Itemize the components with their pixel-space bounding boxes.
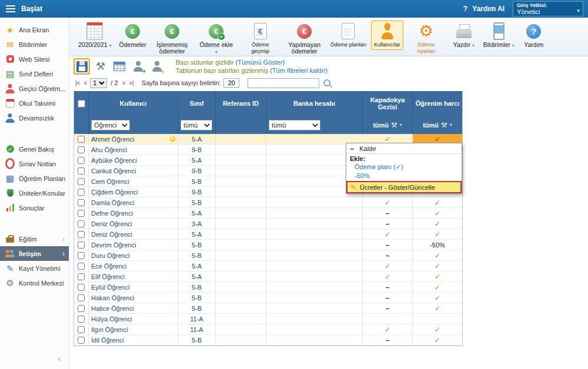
- fee-cell[interactable]: ✓: [413, 335, 462, 345]
- trip-cell[interactable]: ✓: [363, 229, 413, 240]
- trip-cell[interactable]: ✓: [363, 324, 413, 335]
- sidebar-item-devams-zl-k[interactable]: Devamsızlık: [0, 110, 69, 125]
- sidebar-item-web-sitesi[interactable]: Web Sitesi: [0, 52, 69, 66]
- menu-item-remove[interactable]: – Kaldır: [346, 143, 462, 154]
- hamburger-menu-icon[interactable]: [6, 5, 15, 12]
- table-row[interactable]: Ece Öğrenci5-A✓✓: [74, 261, 462, 271]
- column-header-bank[interactable]: Banka hesabı: [266, 91, 363, 116]
- first-page-button[interactable]: |<: [75, 80, 80, 86]
- row-checkbox[interactable]: [78, 210, 85, 217]
- fee-cell[interactable]: ✓: [413, 324, 462, 335]
- trip-cell[interactable]: –: [363, 293, 413, 303]
- sidebar-item-retim-planlar[interactable]: Öğretim Planları: [0, 171, 69, 186]
- select-all-checkbox[interactable]: [78, 100, 85, 108]
- ribbon-item-deme-ge-mi-i[interactable]: Ödeme geçmişi: [239, 21, 282, 56]
- sidebar-item-i-leti-im[interactable]: İletişim›: [0, 246, 69, 261]
- table-row[interactable]: Deniz Öğrenci3-A–✓: [74, 219, 462, 229]
- fee-cell[interactable]: [413, 314, 462, 324]
- table-row[interactable]: Defne Öğrenci5-A–✓: [74, 208, 462, 219]
- row-checkbox[interactable]: [78, 157, 85, 164]
- fee-cell[interactable]: ✓: [413, 219, 462, 229]
- sidebar-item-kontrol-merkezi[interactable]: Kontrol Merkezi: [0, 276, 69, 290]
- per-page-input[interactable]: [223, 78, 239, 88]
- table-row[interactable]: Eylül Öğrenci5-B–✓: [74, 282, 462, 293]
- user-name-cell[interactable]: Hatice Öğrenci: [89, 303, 178, 314]
- user-name-cell[interactable]: Duru Öğrenci: [89, 250, 178, 261]
- trip-cell[interactable]: [363, 314, 413, 324]
- menu-item-discount[interactable]: -50%: [346, 172, 462, 180]
- row-checkbox[interactable]: [78, 146, 85, 153]
- user-name-cell[interactable]: Ece Öğrenci: [89, 261, 178, 271]
- fee-cell[interactable]: ✓: [413, 271, 462, 282]
- user-name-cell[interactable]: Ilgın Öğrenci: [89, 324, 178, 335]
- table-row[interactable]: Ilgın Öğrenci11-A✓✓: [74, 324, 462, 335]
- trip-column-tools-icon[interactable]: ⚒: [391, 122, 397, 129]
- fee-cell[interactable]: ✓: [413, 250, 462, 261]
- columns-button[interactable]: [111, 58, 128, 75]
- ribbon-item-demeler[interactable]: Ödemeler: [116, 21, 149, 50]
- table-row[interactable]: İdil Öğrenci5-B–✓: [74, 335, 462, 345]
- sidebar-item-niteler-konular[interactable]: Üniteler/Konular: [0, 186, 69, 200]
- trip-cell[interactable]: –: [363, 303, 413, 314]
- user-name-cell[interactable]: Defne Öğrenci: [89, 208, 178, 219]
- table-row[interactable]: Deniz Öğrenci5-A✓✓: [74, 229, 462, 240]
- row-checkbox[interactable]: [78, 136, 85, 143]
- table-row[interactable]: Hakan Öğrenci5-B–✓: [74, 293, 462, 303]
- ribbon-item-deme-planlar[interactable]: Ödeme planları: [328, 21, 370, 50]
- row-checkbox[interactable]: [78, 284, 85, 291]
- table-row[interactable]: Hatice Öğrenci5-B–✓: [74, 303, 462, 314]
- column-header-user[interactable]: Kullanıcı: [89, 91, 178, 116]
- row-checkbox[interactable]: [78, 252, 85, 259]
- help-ai-button[interactable]: Yardım AI: [472, 5, 505, 13]
- page-select[interactable]: 1: [90, 78, 107, 88]
- clear-filters-link[interactable]: (Tüm filtreleri kaldır): [270, 67, 328, 74]
- table-row[interactable]: Hülya Öğrenci11-A: [74, 314, 462, 324]
- trip-cell[interactable]: –: [363, 219, 413, 229]
- edit-user-button[interactable]: ✎: [149, 58, 165, 75]
- user-name-cell[interactable]: Çiğdem Öğrenci: [89, 187, 178, 197]
- trip-cell[interactable]: ✓: [363, 261, 413, 271]
- table-row[interactable]: Duru Öğrenci5-B–✓: [74, 250, 462, 261]
- row-checkbox[interactable]: [78, 337, 85, 344]
- user-name-cell[interactable]: Elif Öğrenci: [89, 271, 178, 282]
- user-name-cell[interactable]: Deniz Öğrenci: [89, 219, 178, 229]
- row-checkbox[interactable]: [78, 178, 85, 185]
- user-name-cell[interactable]: Ahu Öğrenci: [89, 145, 178, 155]
- column-header-reference[interactable]: Referans ID: [216, 91, 266, 116]
- user-name-cell[interactable]: Cem Öğrenci: [89, 176, 178, 187]
- search-input[interactable]: [248, 78, 319, 88]
- fee-cell[interactable]: ✓: [413, 208, 462, 219]
- user-name-cell[interactable]: Cankut Öğrenci: [89, 166, 178, 176]
- column-header-fee[interactable]: Öğrenim harcı: [413, 91, 462, 116]
- user-name-cell[interactable]: Aybüke Öğrenci: [89, 155, 178, 166]
- sidebar-item-kay-t-y-netimi[interactable]: Kayıt Yönetimi: [0, 261, 69, 276]
- ribbon-item-bildirimler[interactable]: Bildirimler ▾: [480, 21, 517, 51]
- sidebar-item-sonu-lar[interactable]: Sonuçlar: [0, 200, 69, 215]
- user-name-cell[interactable]: Damla Öğrenci: [89, 197, 178, 208]
- row-checkbox[interactable]: [78, 326, 85, 333]
- next-page-button[interactable]: >: [122, 80, 126, 86]
- prev-page-button[interactable]: <: [83, 80, 87, 86]
- auth-role-dropdown[interactable]: Giriş Yetkisi: Yönetici ▾: [513, 1, 583, 16]
- user-name-cell[interactable]: Deniz Öğrenci: [89, 229, 178, 240]
- search-icon[interactable]: [323, 79, 330, 86]
- column-header-trip[interactable]: Kapadokya Gezisi: [363, 91, 413, 116]
- save-button[interactable]: [74, 58, 90, 75]
- user-name-cell[interactable]: İdil Öğrenci: [89, 335, 178, 345]
- fee-cell[interactable]: ✓: [413, 293, 462, 303]
- fee-cell[interactable]: ✓: [413, 229, 462, 240]
- sidebar-item-genel-bak[interactable]: Genel Bakış: [0, 142, 69, 156]
- sidebar-item-bildirimler[interactable]: Bildirimler: [0, 37, 69, 52]
- row-checkbox[interactable]: [78, 220, 85, 227]
- user-filter-select[interactable]: Öğrenci: [91, 120, 130, 130]
- sidebar-item-ana-ekran[interactable]: Ana Ekran: [0, 22, 69, 37]
- sidebar-item-okul-takvimi[interactable]: Okul Takvimi: [0, 96, 69, 110]
- row-checkbox[interactable]: [78, 316, 85, 323]
- ribbon-item-2020-2021[interactable]: 2020/2021 ▾: [75, 21, 115, 51]
- trip-cell[interactable]: ✓: [363, 197, 413, 208]
- user-name-cell[interactable]: Ahmet Öğrenci: [89, 134, 178, 145]
- trip-cell[interactable]: –: [363, 250, 413, 261]
- start-button[interactable]: Başlat: [21, 5, 42, 13]
- user-name-cell[interactable]: Devrim Öğrenci: [89, 240, 178, 250]
- tools-button[interactable]: ⚒: [92, 58, 109, 75]
